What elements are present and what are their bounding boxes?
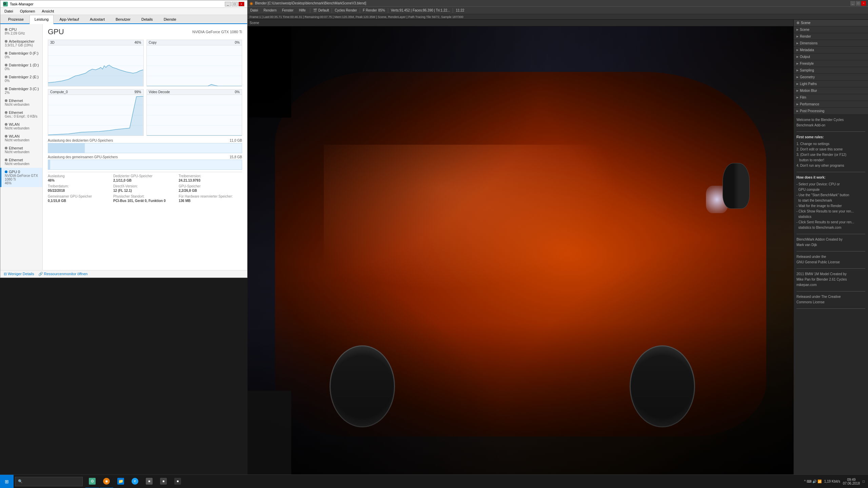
taskbar-app-misc1[interactable]: ■ — [142, 475, 156, 488]
sidebar-item-eth1[interactable]: Ethernet Nicht verbunden — [0, 97, 42, 108]
task-manager-window: ⚙ Task-Manager _ □ × Datei Optionen Ansi… — [0, 0, 248, 278]
sidebar-item-disk0[interactable]: Datenträger 0 (F:) 0% — [0, 49, 42, 61]
panel-output-header[interactable]: ▶ Output — [794, 54, 868, 60]
rule2: 2. Don't edit or save this scene — [796, 147, 865, 152]
panel-film-label: Film — [800, 96, 806, 99]
sidebar-item-wlan1[interactable]: WLAN Nicht verbunden — [0, 120, 42, 132]
tab-dienste[interactable]: Dienste — [159, 15, 181, 23]
tab-autostart[interactable]: Autostart — [85, 15, 110, 23]
start-button[interactable]: ⊞ — [0, 475, 14, 488]
menu-hilfe-bl[interactable]: Hilfe — [298, 8, 307, 13]
panel-metadata-label: Metadata — [800, 48, 814, 52]
panel-film-header[interactable]: ▶ Film — [794, 94, 868, 101]
menu-optionen[interactable]: Optionen — [19, 8, 37, 14]
panel-geometry-header[interactable]: ▶ Geometry — [794, 74, 868, 80]
taskbar-app-blender[interactable]: ◉ — [100, 475, 113, 488]
eth3-dot — [5, 147, 7, 149]
blender-render-mode[interactable]: F Render — [363, 8, 377, 12]
gpu-model: NVIDIA GeForce GTX 1080 Ti — [192, 30, 242, 34]
sidebar: CPU 8% 2,09 GHz Arbeitsspeicher 3,9/31,7… — [0, 24, 43, 270]
stat-auslastung: Auslastung 46% — [48, 174, 111, 182]
taskbar-app-explorer[interactable]: 📁 — [114, 475, 127, 488]
sidebar-item-cpu[interactable]: CPU 8% 2,09 GHz — [0, 25, 42, 37]
action-center-icon[interactable]: □ — [863, 480, 865, 483]
clock-date: 07.06.2018 — [843, 482, 860, 485]
menu-ansicht[interactable]: Ansicht — [40, 8, 55, 14]
panel-freestyle-header[interactable]: ▶ Freestyle — [794, 60, 868, 67]
resource-monitor-link[interactable]: 🔗 Ressourcenmonitor öffnen — [38, 272, 88, 276]
close-button[interactable]: × — [238, 2, 244, 6]
stat-gpu-mem: GPU-Speicher 2,2/26,8 GB — [179, 184, 242, 192]
panel-sampling-header[interactable]: ▶ Sampling — [794, 67, 868, 74]
taskbar-app-taskmanager[interactable]: ⚙ — [85, 475, 99, 488]
panel-sampling-label: Sampling — [800, 68, 814, 72]
panel-lightpaths-header[interactable]: ▶ Light Paths — [794, 81, 868, 87]
menu-bar: Datei Optionen Ansicht — [0, 8, 247, 15]
chart-3d: 3D 46% — [48, 40, 144, 86]
fewer-details-link[interactable]: ⊟ Weniger Details — [4, 272, 34, 276]
panel-motionblur-tri: ▶ — [796, 89, 798, 92]
charts-grid: 3D 46% — [48, 40, 242, 136]
taskbar-app-browser[interactable]: e — [128, 475, 142, 488]
taskbar-app-misc2[interactable]: ■ — [157, 475, 170, 488]
eth4-dot — [5, 159, 7, 161]
panel-performance-header[interactable]: ▶ Performance — [794, 101, 868, 107]
tab-details[interactable]: Details — [136, 15, 158, 23]
taskbar-search[interactable]: 🔍 — [15, 477, 83, 486]
search-icon: 🔍 — [18, 479, 23, 484]
render-tile-tl — [248, 26, 291, 118]
menu-rendern-bl[interactable]: Rendern — [262, 8, 278, 13]
sidebar-item-disk1[interactable]: Datenträger 1 (D:) 0% — [0, 61, 42, 73]
model-text: 2011 BMW 1M Model Created byMike Pan for… — [796, 271, 865, 288]
panel-dimensions-header[interactable]: ▶ Dimensions — [794, 40, 868, 46]
chart-videodecode-area — [147, 95, 242, 136]
taskbar-clock: 09:49 07.06.2018 — [843, 478, 860, 485]
sidebar-item-wlan2[interactable]: WLAN Nicht verbunden — [0, 132, 42, 144]
minimize-button[interactable]: _ — [225, 2, 231, 6]
credits-section: BlenchMark Addon Created byMark van Dijk — [796, 237, 865, 248]
shared-memory-section: Auslastung des gemeinsamen GPU-Speichers… — [48, 155, 242, 170]
taskbar-app-misc3[interactable]: ■ — [171, 475, 184, 488]
eth2-dot — [5, 111, 7, 114]
sidebar-item-disk3[interactable]: Datenträger 3 (C:) 2% — [0, 85, 42, 97]
creator-text: BlenchMark Addon Created byMark van Dijk — [796, 237, 865, 248]
sidebar-item-eth3[interactable]: Ethernet Nicht verbunden — [0, 144, 42, 156]
gpu0-dot — [5, 170, 7, 173]
tab-leistung[interactable]: Leistung — [29, 15, 54, 24]
toolbar-divider2 — [332, 8, 332, 13]
sidebar-item-ram[interactable]: Arbeitsspeicher 3,9/31,7 GB (19%) — [0, 37, 42, 49]
tab-benutzer[interactable]: Benutzer — [111, 15, 136, 23]
tab-prozesse[interactable]: Prozesse — [3, 15, 29, 23]
menu-fenster-bl[interactable]: Fenster — [281, 8, 295, 13]
panel-dimensions-label: Dimensions — [800, 41, 817, 45]
separator5 — [796, 268, 865, 269]
stat-driver-version: Treiberversion: 24.21.13.9793 — [179, 174, 242, 182]
panel-render-header[interactable]: ▶ Render — [794, 33, 868, 40]
blender-maximize-btn[interactable]: □ — [856, 1, 861, 6]
disk3-dot — [5, 87, 7, 90]
sidebar-item-eth4[interactable]: Ethernet Nicht verbunden — [0, 156, 42, 168]
panel-output-label: Output — [800, 55, 810, 59]
chart-compute: Compute_0 99% — [48, 89, 144, 136]
sidebar-item-gpu0[interactable]: GPU 0 NVIDIA GeForce GTX 1080 Ti 46% — [0, 168, 42, 187]
maximize-button[interactable]: □ — [232, 2, 238, 6]
panel-scene-header[interactable]: ▶ Scene — [794, 26, 868, 33]
panel-motionblur-header[interactable]: ▶ Motion Blur — [794, 87, 868, 94]
panel-metadata-header[interactable]: ▶ Metadata — [794, 47, 868, 53]
blender-close-btn[interactable]: × — [861, 1, 866, 6]
panel-performance-tri: ▶ — [796, 103, 798, 106]
panel-postprocessing-header[interactable]: ▶ Post Processing — [794, 108, 868, 114]
menu-datei-bl[interactable]: Datei — [249, 8, 259, 13]
chart-3d-area — [48, 45, 143, 86]
blender-minimize-btn[interactable]: _ — [850, 1, 855, 6]
tab-appverlauf[interactable]: App-Verlauf — [54, 15, 84, 23]
toolbar-divider5 — [453, 8, 453, 13]
panel-dimensions-tri: ▶ — [796, 42, 798, 45]
sidebar-item-disk2[interactable]: Datenträger 2 (E:) 0% — [0, 73, 42, 85]
menu-datei[interactable]: Datei — [3, 8, 15, 14]
how3: - Wait for the image to Render — [796, 203, 865, 209]
sidebar-item-eth2[interactable]: Ethernet Ges.: 0 Empf.: 0 KB/s — [0, 108, 42, 120]
panel-metadata: ▶ Metadata — [794, 47, 868, 54]
tray-network-speed: 1,19 Kbit/s — [824, 480, 840, 483]
taskbar: ⊞ 🔍 ⚙ ◉ 📁 e ■ ■ ■ ^ ⌨ 🔊 📶 1,19 Kbit/s 09… — [0, 474, 868, 488]
